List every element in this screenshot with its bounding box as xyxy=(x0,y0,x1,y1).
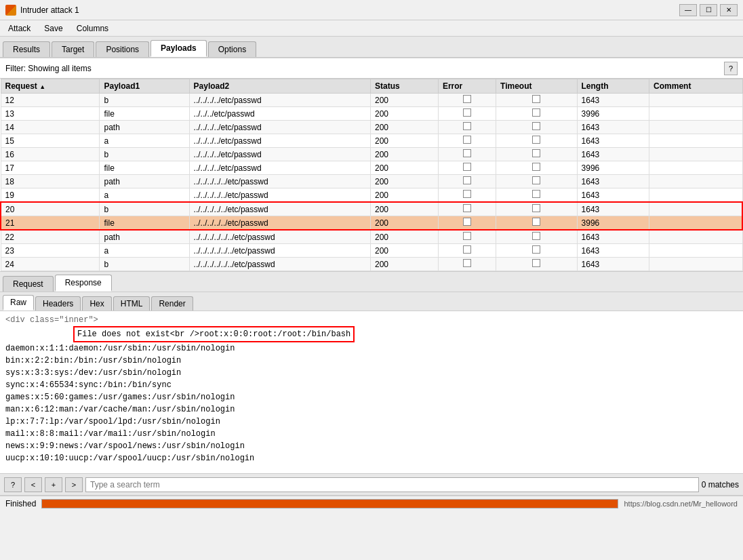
table-cell: ../../../../../../etc/passwd xyxy=(189,230,370,244)
error-checkbox[interactable] xyxy=(463,204,471,212)
next-button[interactable]: > xyxy=(65,477,83,492)
timeout-checkbox[interactable] xyxy=(532,108,540,117)
status-bar: Finished https://blog.csdn.net/Mr_hellow… xyxy=(0,496,743,511)
tab-results[interactable]: Results xyxy=(3,41,50,57)
timeout-checkbox[interactable] xyxy=(532,232,540,240)
table-cell: b xyxy=(100,94,189,107)
table-row[interactable]: 16b../../../../etc/passwd2001643 xyxy=(1,148,742,161)
table-cell xyxy=(649,188,742,203)
table-row[interactable]: 18path../../../../../etc/passwd2001643 xyxy=(1,175,742,188)
table-cell: ../../../../../../etc/passwd xyxy=(189,244,370,258)
table-cell: ../../../etc/passwd xyxy=(189,107,370,121)
search-input[interactable] xyxy=(85,477,699,492)
error-checkbox[interactable] xyxy=(463,232,471,240)
table-cell: 19 xyxy=(1,188,100,203)
col-payload1[interactable]: Payload1 xyxy=(100,79,189,94)
col-status[interactable]: Status xyxy=(371,79,439,94)
col-request[interactable]: Request ▲ xyxy=(1,79,100,94)
window-title: Intruder attack 1 xyxy=(20,5,79,15)
timeout-checkbox[interactable] xyxy=(532,95,540,103)
timeout-checkbox[interactable] xyxy=(532,163,540,171)
col-error[interactable]: Error xyxy=(438,79,496,94)
bottom-bar: ? < + > 0 matches xyxy=(0,474,743,496)
table-cell xyxy=(438,216,496,231)
maximize-button[interactable]: ☐ xyxy=(700,4,717,16)
menu-columns[interactable]: Columns xyxy=(71,22,114,35)
table-cell: 3996 xyxy=(577,107,649,121)
help-button[interactable]: ? xyxy=(4,477,22,492)
table-cell xyxy=(649,94,742,107)
table-row[interactable]: 19a../../../../../etc/passwd2001643 xyxy=(1,188,742,203)
error-checkbox[interactable] xyxy=(463,108,471,117)
timeout-checkbox[interactable] xyxy=(532,245,540,254)
table-row[interactable]: 12b../../../../etc/passwd2001643 xyxy=(1,94,742,107)
sub-tab-raw[interactable]: Raw xyxy=(3,295,34,311)
minimize-button[interactable]: — xyxy=(679,4,697,16)
timeout-checkbox[interactable] xyxy=(532,176,540,184)
table-row[interactable]: 14path../../../../etc/passwd2001643 xyxy=(1,121,742,134)
timeout-checkbox[interactable] xyxy=(532,259,540,267)
error-checkbox[interactable] xyxy=(463,136,471,144)
table-cell xyxy=(649,175,742,188)
table-cell xyxy=(496,161,578,175)
table-cell: 3996 xyxy=(577,216,649,231)
col-comment[interactable]: Comment xyxy=(649,79,742,94)
tab-response[interactable]: Response xyxy=(55,275,112,292)
sub-tab-render[interactable]: Render xyxy=(151,296,193,311)
error-checkbox[interactable] xyxy=(463,176,471,184)
close-button[interactable]: ✕ xyxy=(720,4,738,16)
table-row[interactable]: 22path../../../../../../etc/passwd200164… xyxy=(1,230,742,244)
timeout-checkbox[interactable] xyxy=(532,190,540,198)
error-checkbox[interactable] xyxy=(463,245,471,254)
timeout-checkbox[interactable] xyxy=(532,204,540,212)
error-checkbox[interactable] xyxy=(463,190,471,198)
error-checkbox[interactable] xyxy=(463,149,471,157)
col-length[interactable]: Length xyxy=(577,79,649,94)
table-row[interactable]: 21file../../../../../etc/passwd2003996 xyxy=(1,216,742,231)
menu-attack[interactable]: Attack xyxy=(3,22,36,35)
error-checkbox[interactable] xyxy=(463,259,471,267)
sub-tab-html[interactable]: HTML xyxy=(113,296,150,311)
col-timeout[interactable]: Timeout xyxy=(496,79,578,94)
table-cell xyxy=(649,121,742,134)
sub-tab-headers[interactable]: Headers xyxy=(35,296,81,311)
content-area[interactable]: <div class="inner"> File does not exist<… xyxy=(0,311,743,474)
table-row[interactable]: 17file../../../../etc/passwd2003996 xyxy=(1,161,742,175)
table-row[interactable]: 20b../../../../../etc/passwd2001643 xyxy=(1,202,742,216)
table-cell xyxy=(438,175,496,188)
table-cell: 1643 xyxy=(577,202,649,216)
error-checkbox[interactable] xyxy=(463,122,471,130)
col-payload2[interactable]: Payload2 xyxy=(189,79,370,94)
tab-target[interactable]: Target xyxy=(52,41,94,57)
table-cell: file xyxy=(100,107,189,121)
table-row[interactable]: 15a../../../../etc/passwd2001643 xyxy=(1,134,742,148)
table-row[interactable]: 13file../../../etc/passwd2003996 xyxy=(1,107,742,121)
error-checkbox[interactable] xyxy=(463,95,471,103)
timeout-checkbox[interactable] xyxy=(532,136,540,144)
error-checkbox[interactable] xyxy=(463,218,471,226)
window-controls: — ☐ ✕ xyxy=(679,4,738,16)
tab-request[interactable]: Request xyxy=(3,276,54,292)
tab-options[interactable]: Options xyxy=(208,41,256,57)
menu-save[interactable]: Save xyxy=(39,22,68,35)
sub-tab-hex[interactable]: Hex xyxy=(82,296,111,311)
table-row[interactable]: 24b../../../../../../etc/passwd2001643 xyxy=(1,258,742,271)
results-table: Request ▲ Payload1 Payload2 Status Error… xyxy=(0,79,743,271)
table-cell: 1643 xyxy=(577,121,649,134)
error-checkbox[interactable] xyxy=(463,163,471,171)
table-cell xyxy=(649,134,742,148)
timeout-checkbox[interactable] xyxy=(532,149,540,157)
tab-payloads[interactable]: Payloads xyxy=(150,40,207,57)
prev-button[interactable]: < xyxy=(24,477,42,492)
table-cell: 15 xyxy=(1,134,100,148)
results-table-container[interactable]: Request ▲ Payload1 Payload2 Status Error… xyxy=(0,79,743,272)
tab-positions[interactable]: Positions xyxy=(96,41,149,57)
table-cell: file xyxy=(100,216,189,231)
filter-help-button[interactable]: ? xyxy=(724,62,738,75)
table-cell xyxy=(496,188,578,203)
table-row[interactable]: 23a../../../../../../etc/passwd2001643 xyxy=(1,244,742,258)
timeout-checkbox[interactable] xyxy=(532,218,540,226)
table-cell xyxy=(496,175,578,188)
timeout-checkbox[interactable] xyxy=(532,122,540,130)
add-button[interactable]: + xyxy=(45,477,62,492)
